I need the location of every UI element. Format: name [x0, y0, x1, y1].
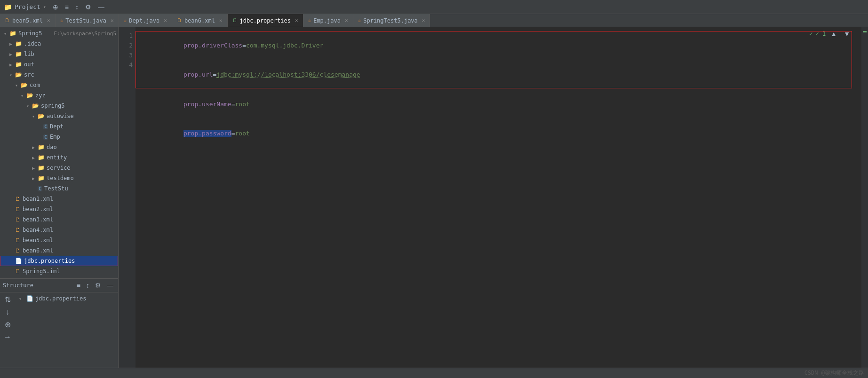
expand-arrow-idea[interactable]: ▶	[9, 41, 15, 47]
expand-arrow-autowise[interactable]: ▾	[32, 114, 38, 119]
tree-item-bean4xml[interactable]: 🗋 bean4.xml	[0, 225, 118, 235]
minimize-btn[interactable]: —	[96, 2, 106, 12]
folder-icon-testdemo: 📁	[38, 175, 45, 181]
struct-expand-arrow[interactable]: ▾	[19, 296, 24, 301]
xml-icon-bean4: 🗋	[15, 227, 21, 233]
collapse-arrow-spring5[interactable]: ▾	[4, 31, 9, 36]
nav-up-btn[interactable]: ▲	[828, 29, 839, 39]
struct-filter-btn[interactable]: ↓	[2, 307, 13, 317]
java-icon: ☕	[124, 17, 127, 24]
tree-item-emp[interactable]: C Emp	[0, 132, 118, 142]
expand-arrow-service[interactable]: ▶	[32, 165, 38, 171]
expand-arrow-spring5-pkg[interactable]: ▾	[26, 103, 32, 109]
tree-item-out[interactable]: ▶ 📁 out	[0, 59, 118, 70]
tree-item-com[interactable]: ▾ 📂 com	[0, 80, 118, 90]
right-gutter	[861, 27, 868, 368]
tab-close-icon[interactable]: ✕	[295, 17, 298, 24]
struct-sort-btn[interactable]: ⇅	[2, 294, 13, 305]
tree-item-spring5iml[interactable]: 🗋 Spring5.iml	[0, 266, 118, 276]
expand-arrow-entity[interactable]: ▶	[32, 155, 38, 160]
project-dropdown-arrow[interactable]: ▾	[43, 4, 46, 9]
tree-item-bean5xml[interactable]: 🗋 bean5.xml	[0, 235, 118, 245]
sort-btn[interactable]: ↕	[73, 2, 80, 12]
struct-settings-btn[interactable]: ⚙	[93, 281, 103, 290]
tree-item-teststu[interactable]: C TestStu	[0, 183, 118, 194]
expand-arrow-com[interactable]: ▾	[15, 83, 21, 88]
expand-arrow-out[interactable]: ▶	[9, 62, 15, 67]
add-btn[interactable]: ⊕	[51, 2, 60, 12]
spring5-label: Spring5	[18, 30, 52, 37]
prop-value-driver: com.mysql.jdbc.Driver	[246, 42, 323, 49]
tree-item-dao[interactable]: ▶ 📁 dao	[0, 142, 118, 152]
struct-close-btn[interactable]: —	[105, 281, 115, 290]
tree-item-bean2xml[interactable]: 🗋 bean2.xml	[0, 204, 118, 214]
tab-teststujava[interactable]: ☕ TestStu.java ✕	[56, 14, 119, 27]
structure-tree-item-jdbc[interactable]: ▾ 📄 jdbc.properties	[17, 294, 116, 303]
tabs-bar: 🗋 bean5.xml ✕ ☕ TestStu.java ✕ ☕ Dept.ja…	[0, 14, 868, 27]
editor-indicators: ✓ ✓ 1 ▲ ▼	[809, 29, 852, 39]
spring5iml-label: Spring5.iml	[23, 268, 116, 275]
tab-close-icon[interactable]: ✕	[111, 17, 114, 24]
dept-label: Dept	[50, 123, 116, 130]
tab-bean6xml[interactable]: 🗋 bean6.xml ✕	[172, 14, 228, 27]
tab-bean5xml[interactable]: 🗋 bean5.xml ✕	[0, 14, 56, 27]
tree-item-service[interactable]: ▶ 📁 service	[0, 163, 118, 173]
tree-item-spring5[interactable]: ▾ 📁 Spring5 E:\workspace\Spring5	[0, 28, 118, 39]
editor-content[interactable]: 1 2 3 4 prop.driverClass=com.mysql.jdbc.…	[119, 27, 868, 368]
spring5-pkg-label: spring5	[41, 102, 116, 109]
tab-close-icon[interactable]: ✕	[422, 17, 425, 24]
tab-close-icon[interactable]: ✕	[345, 17, 348, 24]
tree-item-bean3xml[interactable]: 🗋 bean3.xml	[0, 214, 118, 225]
tab-empjava[interactable]: ☕ Emp.java ✕	[303, 14, 353, 27]
bean4xml-label: bean4.xml	[23, 227, 116, 233]
tab-label: bean6.xml	[184, 17, 215, 24]
expand-arrow-lib[interactable]: ▶	[9, 52, 15, 57]
tree-item-zyz[interactable]: ▾ 📂 zyz	[0, 90, 118, 101]
bean1xml-label: bean1.xml	[23, 196, 116, 202]
tree-item-lib[interactable]: ▶ 📁 lib	[0, 49, 118, 59]
tree-item-bean1xml[interactable]: 🗋 bean1.xml	[0, 194, 118, 204]
expand-arrow-src[interactable]: ▾	[9, 72, 15, 78]
sort-type-btn[interactable]: ↕	[84, 281, 91, 290]
settings-btn[interactable]: ⚙	[83, 2, 93, 12]
prop-eq-3: =	[231, 101, 235, 108]
tab-jdbcprops[interactable]: 🗒 jdbc.properties ✕	[228, 14, 303, 27]
tab-close-icon[interactable]: ✕	[164, 17, 167, 24]
prop-value-url: jdbc:mysql://localhost:3306/closemanage	[216, 71, 360, 78]
bottom-bar: CSDN @架构师全栈之路	[0, 368, 868, 378]
structure-actions: ⇅ ↓ ⊕ →	[0, 292, 15, 368]
expand-arrow-zyz[interactable]: ▾	[21, 93, 26, 98]
folder-icon-service: 📁	[38, 165, 45, 171]
tree-item-dept[interactable]: C Dept	[0, 121, 118, 132]
tab-springtest5java[interactable]: ☕ SpringTest5.java ✕	[353, 14, 430, 27]
folder-icon-idea: 📁	[15, 40, 22, 47]
tree-item-src[interactable]: ▾ 📂 src	[0, 70, 118, 80]
nav-down-btn[interactable]: ▼	[842, 29, 852, 39]
code-panel[interactable]: prop.driverClass=com.mysql.jdbc.Driver p…	[135, 27, 861, 149]
java-icon: ☕	[60, 17, 64, 24]
list-btn[interactable]: ≡	[63, 2, 71, 12]
struct-locate-btn[interactable]: ⊕	[2, 319, 13, 330]
struct-nav-btn[interactable]: →	[2, 332, 13, 342]
prop-key-username: prop.userName	[183, 101, 231, 108]
tree-item-jdbcprops[interactable]: 📄 jdbc.properties	[0, 256, 118, 266]
structure-panel: Structure ≡ ↕ ⚙ — ⇅ ↓ ⊕ → ▾	[0, 278, 118, 368]
tree-item-testdemo[interactable]: ▶ 📁 testdemo	[0, 173, 118, 183]
expand-arrow-dao[interactable]: ▶	[32, 145, 38, 150]
bean3xml-label: bean3.xml	[23, 216, 116, 223]
tree-item-autowise[interactable]: ▾ 📂 autowise	[0, 111, 118, 121]
teststu-label: TestStu	[44, 185, 116, 192]
prop-key-driver: prop.driverClass	[183, 42, 242, 49]
tree-item-spring5-pkg[interactable]: ▾ 📂 spring5	[0, 101, 118, 111]
expand-arrow-testdemo[interactable]: ▶	[32, 176, 38, 181]
prop-key-password-selected: prop.password	[183, 130, 231, 137]
tab-label: SpringTest5.java	[363, 17, 418, 24]
tree-item-bean6xml[interactable]: 🗋 bean6.xml	[0, 245, 118, 256]
tree-item-idea[interactable]: ▶ 📁 .idea	[0, 39, 118, 49]
tab-deptjava[interactable]: ☕ Dept.java ✕	[119, 14, 172, 27]
tab-label: Emp.java	[313, 17, 341, 24]
tree-item-entity[interactable]: ▶ 📁 entity	[0, 152, 118, 163]
sort-alpha-btn[interactable]: ≡	[75, 281, 82, 290]
tab-close-icon[interactable]: ✕	[47, 17, 50, 24]
tab-close-icon[interactable]: ✕	[219, 17, 223, 24]
